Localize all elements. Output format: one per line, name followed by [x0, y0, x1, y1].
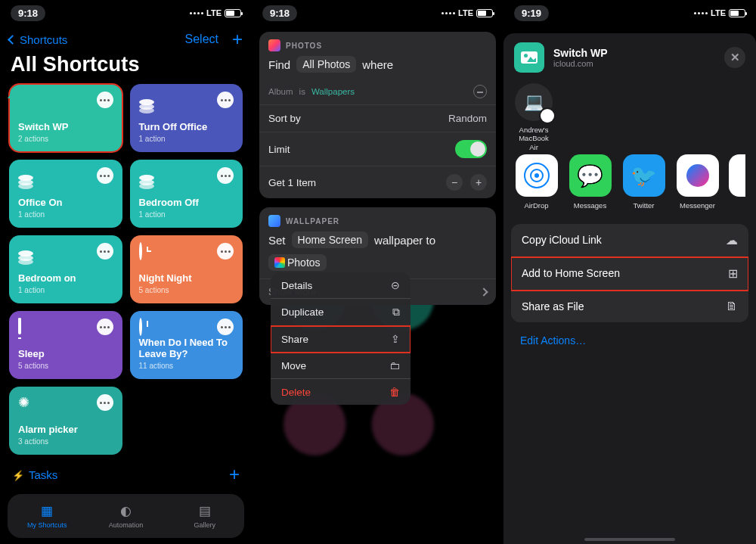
card-top [139, 167, 234, 184]
grid-icon: ▦ [41, 503, 53, 519]
ctx-label: Details [281, 280, 312, 291]
home-screen-token[interactable]: Home Screen [292, 232, 369, 248]
card-name: Bedroom Off [139, 197, 234, 209]
where-label: where [362, 58, 393, 71]
card-top [139, 319, 234, 335]
network-label: LTE [458, 8, 473, 17]
card-more-button[interactable] [217, 167, 234, 184]
target-airdrop[interactable]: AirDrop [514, 154, 559, 210]
find-label: Find [268, 58, 290, 71]
airdrop-icon [516, 154, 558, 197]
set-wallpaper-row[interactable]: Set Home Screen wallpaper to Photos [259, 230, 496, 278]
back-button[interactable]: Shortcuts [9, 33, 67, 46]
ctx-duplicate[interactable]: Duplicate ⧉ [271, 299, 411, 326]
ctx-label: Share [281, 334, 308, 345]
card-more-button[interactable] [97, 319, 113, 335]
album-label: Album [268, 87, 293, 96]
tab-my-shortcuts[interactable]: ▦ My Shortcuts [8, 494, 86, 538]
card-top [18, 319, 113, 335]
sortby-row[interactable]: Sort by Random [259, 104, 496, 132]
tab-gallery[interactable]: ▤ Gallery [166, 494, 244, 538]
airdrop-device[interactable]: 💻 Andrew's MacBook Air [514, 83, 553, 151]
signal-icon [442, 12, 455, 14]
card-more-button[interactable] [97, 394, 113, 411]
ctx-label: Move [281, 360, 306, 371]
card-more-button[interactable] [217, 92, 234, 108]
card-more-button[interactable] [97, 92, 113, 108]
card-name: Night Night [139, 272, 234, 284]
network-label: LTE [711, 8, 726, 17]
share-icon: ⇪ [391, 333, 400, 345]
details-icon: ⊝ [391, 279, 400, 291]
shortcut-card[interactable]: Bedroom Off1 action [130, 160, 243, 228]
card-name: Turn Off Office [139, 121, 234, 133]
ctx-share[interactable]: Share ⇪ [271, 326, 411, 353]
filter-album-row[interactable]: Album is Wallpapers [259, 80, 496, 104]
screen-share-sheet: 9:19 LTE Switch WP icloud.com ✕ 💻 Andrew… [503, 0, 756, 544]
card-text: Bedroom Off1 action [139, 197, 234, 219]
shortcut-card[interactable]: Switch WP2 actions [9, 84, 122, 152]
shortcut-card[interactable]: ✺Alarm picker3 actions [9, 387, 122, 455]
target-messages[interactable]: 💬 Messages [568, 154, 612, 210]
signal-icon [190, 12, 203, 14]
messages-icon: 💬 [569, 154, 612, 197]
shortcut-card[interactable]: Night Night5 actions [130, 235, 243, 303]
remove-filter-button[interactable] [473, 85, 487, 98]
sortby-label: Sort by [268, 113, 301, 124]
card-more-button[interactable] [97, 243, 113, 260]
limit-toggle[interactable] [455, 140, 487, 158]
shortcut-card[interactable]: Sleep5 actions [9, 311, 122, 379]
target-more[interactable] [729, 154, 745, 201]
page-title: All Shortcuts [0, 53, 252, 84]
card-more-button[interactable] [217, 243, 234, 260]
screen-shortcut-editor: 9:18 LTE PHOTOS Find All Photos where Al… [252, 0, 503, 544]
folder-tasks-row[interactable]: Tasks + [0, 455, 252, 486]
shortcut-card[interactable]: Turn Off Office1 action [130, 84, 243, 152]
close-button[interactable]: ✕ [724, 47, 745, 68]
target-messenger[interactable]: Messenger [675, 154, 720, 210]
status-bar: 9:18 LTE [0, 0, 252, 23]
card-top [139, 92, 234, 108]
tab-label: Automation [109, 521, 144, 529]
album-value[interactable]: Wallpapers [311, 87, 355, 96]
card-top: ✺ [18, 394, 113, 411]
card-name: Sleep [18, 348, 113, 360]
tab-label: My Shortcuts [27, 521, 67, 529]
card-top [18, 92, 113, 108]
ctx-details[interactable]: Details ⊝ [271, 272, 411, 299]
add-button[interactable]: + [232, 30, 243, 48]
folder-add-button[interactable]: + [229, 465, 240, 483]
shortcut-card[interactable]: Office On1 action [9, 160, 122, 228]
find-photos-row[interactable]: Find All Photos where [259, 54, 496, 80]
photos-variable-token[interactable]: Photos [268, 254, 327, 271]
spark-icon: ✺ [18, 395, 29, 410]
shortcut-card[interactable]: When Do I Need To Leave By?11 actions [130, 311, 243, 379]
select-button[interactable]: Select [185, 33, 218, 46]
trash-icon: 🗑 [389, 386, 400, 398]
action-copy-icloud-link[interactable]: Copy iCloud Link ☁︎ [511, 224, 748, 257]
all-photos-token[interactable]: All Photos [296, 56, 356, 73]
sortby-value[interactable]: Random [448, 113, 487, 124]
ctx-move[interactable]: Move 🗀 [271, 353, 411, 379]
card-top [139, 243, 234, 260]
target-twitter[interactable]: 🐦 Twitter [621, 154, 666, 210]
getitem-label: Get 1 Item [268, 177, 316, 188]
limit-label: Limit [268, 144, 290, 155]
action-share-as-file[interactable]: Share as File 🗎 [511, 291, 748, 322]
stepper-minus[interactable]: − [446, 174, 463, 191]
card-more-button[interactable] [217, 319, 234, 335]
ctx-delete[interactable]: Delete 🗑 [271, 379, 411, 405]
card-text: Alarm picker3 actions [18, 424, 113, 446]
shortcut-card[interactable]: Bedroom on1 action [9, 235, 122, 303]
edit-actions-link[interactable]: Edit Actions… [503, 322, 756, 359]
card-more-button[interactable] [97, 167, 113, 184]
card-name: When Do I Need To Leave By? [139, 337, 234, 360]
status-bar: 9:19 LTE [503, 0, 756, 23]
tab-automation[interactable]: ◐ Automation [86, 494, 165, 538]
stepper-plus[interactable]: + [470, 174, 487, 191]
action-add-to-home-screen[interactable]: Add to Home Screen ⊞ [511, 257, 748, 291]
card-subtitle: 11 actions [139, 362, 234, 370]
limit-row: Limit [259, 132, 496, 166]
alarm-icon [139, 242, 142, 260]
card-subtitle: 2 actions [18, 135, 113, 143]
